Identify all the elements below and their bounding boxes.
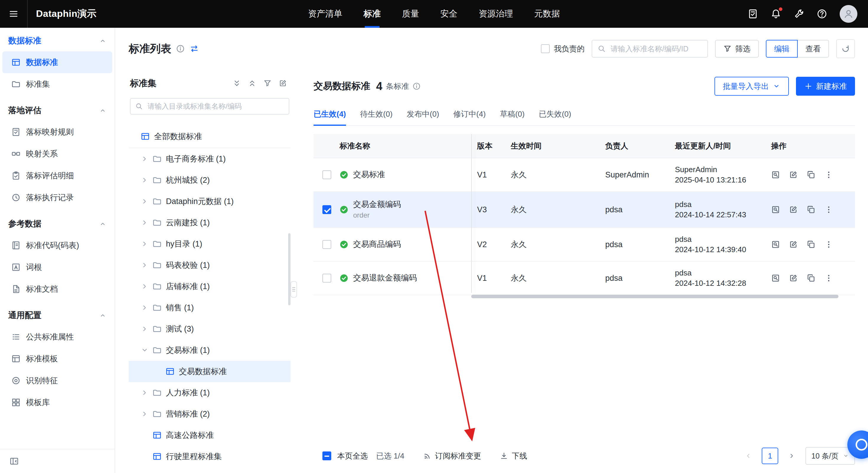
tree-node[interactable]: Dataphin元数据 (1) <box>129 191 290 212</box>
tab-invalid[interactable]: 已失效(0) <box>539 103 571 125</box>
sidebar-item-recognition-feature[interactable]: 识别特征 <box>2 370 112 391</box>
sidebar-item-execution-record[interactable]: 落标执行记录 <box>2 187 112 209</box>
my-owned-filter[interactable]: 我负责的 <box>541 44 585 54</box>
copy-icon[interactable] <box>807 205 815 214</box>
offline-button[interactable]: 下线 <box>500 451 527 461</box>
tree-node[interactable]: 电子商务标准 (1) <box>129 148 290 169</box>
notifications-button[interactable] <box>771 8 781 19</box>
tree-node[interactable]: 高速公路标准 <box>129 424 290 446</box>
tree-filter-icon[interactable] <box>264 79 272 87</box>
collapse-all-icon[interactable] <box>248 79 256 87</box>
tree-node[interactable]: 测试 (3) <box>129 318 290 340</box>
more-icon[interactable] <box>824 240 833 249</box>
copy-icon[interactable] <box>807 274 815 283</box>
collapse-sidebar-icon[interactable] <box>9 456 19 466</box>
tree-node[interactable]: 人力标准 (1) <box>129 382 290 403</box>
next-page-button[interactable] <box>784 448 800 464</box>
panel-resize-handle[interactable] <box>290 281 297 297</box>
more-icon[interactable] <box>824 170 833 179</box>
nav-security[interactable]: 安全 <box>440 0 458 28</box>
tab-publishing[interactable]: 发布中(0) <box>407 103 439 125</box>
tree-node[interactable]: 行驶里程标准集 <box>129 446 290 467</box>
tree-node[interactable]: 杭州城投 (2) <box>129 169 290 191</box>
sidebar-item-standard-code[interactable]: 标准代码(码表) <box>2 234 112 256</box>
standard-name[interactable]: 交易退款金额编码 <box>353 273 417 283</box>
row-checkbox[interactable] <box>322 240 331 249</box>
prev-page-button[interactable] <box>740 448 756 464</box>
hamburger-menu-button[interactable] <box>0 0 28 28</box>
sidebar-section-common-config[interactable]: 通用配置 <box>0 305 115 326</box>
sidebar-item-mapping-rules[interactable]: 落标映射规则 <box>2 121 112 143</box>
help-button[interactable] <box>817 8 827 19</box>
nav-resource-governance[interactable]: 资源治理 <box>479 0 513 28</box>
more-icon[interactable] <box>824 274 833 283</box>
tab-pending[interactable]: 待生效(0) <box>360 103 393 125</box>
tree-node-all-standards[interactable]: 全部数据标准 <box>129 125 290 148</box>
filter-button[interactable]: 筛选 <box>715 40 759 58</box>
sidebar-item-standard-template[interactable]: 标准模板 <box>2 348 112 370</box>
tree-node-expanded[interactable]: 交易标准 (1) <box>129 340 290 361</box>
nav-metadata[interactable]: 元数据 <box>534 0 560 28</box>
my-owned-checkbox[interactable] <box>541 44 550 53</box>
row-checkbox[interactable] <box>322 274 331 283</box>
tab-revising[interactable]: 修订中(4) <box>453 103 486 125</box>
page-size-select[interactable]: 10 条/页 <box>805 447 855 465</box>
standard-name[interactable]: 交易商品编码 <box>353 240 401 250</box>
switch-view-icon[interactable] <box>190 44 199 54</box>
nav-asset-catalog[interactable]: 资产清单 <box>308 0 342 28</box>
edit-icon[interactable] <box>789 205 798 214</box>
view-detail-icon[interactable] <box>771 274 780 283</box>
select-all-checkbox[interactable] <box>322 451 331 460</box>
nav-quality[interactable]: 质量 <box>402 0 419 28</box>
create-standard-button[interactable]: 新建标准 <box>796 77 855 96</box>
refresh-button[interactable] <box>836 39 855 58</box>
avatar[interactable] <box>840 5 857 23</box>
tree-node[interactable]: 销售 (1) <box>129 297 290 318</box>
copy-icon[interactable] <box>807 170 815 179</box>
select-all-label[interactable]: 本页全选 <box>337 451 368 461</box>
current-page[interactable]: 1 <box>762 448 778 464</box>
tree-node-selected[interactable]: 交易数据标准 <box>129 361 290 382</box>
tree-node-partial[interactable] <box>129 467 290 473</box>
view-mode-button[interactable]: 查看 <box>797 40 829 58</box>
edit-icon[interactable] <box>789 240 798 249</box>
tools-button[interactable] <box>794 8 804 19</box>
view-detail-icon[interactable] <box>771 170 780 179</box>
tree-node[interactable]: hy目录 (1) <box>129 233 290 254</box>
edit-mode-button[interactable]: 编辑 <box>766 40 798 58</box>
sidebar-item-standard-doc[interactable]: 标准文档 <box>2 278 112 300</box>
sidebar-section-data-standard[interactable]: 数据标准 <box>0 30 115 51</box>
task-button[interactable] <box>748 8 758 19</box>
sidebar-item-common-attributes[interactable]: 公共标准属性 <box>2 326 112 348</box>
standard-name[interactable]: 交易金额编码 <box>353 199 401 210</box>
view-detail-icon[interactable] <box>771 240 780 249</box>
tree-node[interactable]: 码表校验 (1) <box>129 254 290 276</box>
edit-icon[interactable] <box>789 170 798 179</box>
sidebar-item-assessment-detail[interactable]: 落标评估明细 <box>2 165 112 187</box>
tab-effective[interactable]: 已生效(4) <box>314 103 346 125</box>
sidebar-item-data-standard[interactable]: 数据标准 <box>2 51 112 73</box>
table-row[interactable]: 交易退款金额编码 V1 永久 pdsa pdsa2024-10-12 14:32… <box>314 261 855 295</box>
info-icon[interactable] <box>176 44 185 53</box>
table-row[interactable]: 交易标准 V1 永久 SuperAdmin SuperAdmin2025-04-… <box>314 158 855 192</box>
expand-all-icon[interactable] <box>232 79 241 87</box>
info-icon[interactable] <box>412 82 421 90</box>
edit-icon[interactable] <box>789 274 798 283</box>
row-checkbox[interactable] <box>322 170 331 179</box>
standard-name[interactable]: 交易标准 <box>353 170 385 180</box>
sidebar-item-template-library[interactable]: 模板库 <box>2 391 112 413</box>
more-icon[interactable] <box>824 205 833 214</box>
row-checkbox-checked[interactable] <box>322 205 331 214</box>
view-detail-icon[interactable] <box>771 205 780 214</box>
tree-node[interactable]: 店铺标准 (1) <box>129 276 290 297</box>
nav-standard[interactable]: 标准 <box>364 0 381 28</box>
sidebar-section-assessment[interactable]: 落地评估 <box>0 100 115 121</box>
tree-scrollbar[interactable] <box>288 233 290 305</box>
tree-node[interactable]: 云南建投 (1) <box>129 212 290 233</box>
table-row[interactable]: 交易商品编码 V2 永久 pdsa pdsa2024-10-12 14:39:4… <box>314 228 855 261</box>
subscribe-change-button[interactable]: 订阅标准变更 <box>423 451 481 461</box>
sidebar-item-mapping-relations[interactable]: 映射关系 <box>2 143 112 165</box>
tree-search-input[interactable] <box>147 101 284 111</box>
sidebar-item-standard-set[interactable]: 标准集 <box>2 73 112 95</box>
standard-search-input[interactable] <box>609 44 702 54</box>
